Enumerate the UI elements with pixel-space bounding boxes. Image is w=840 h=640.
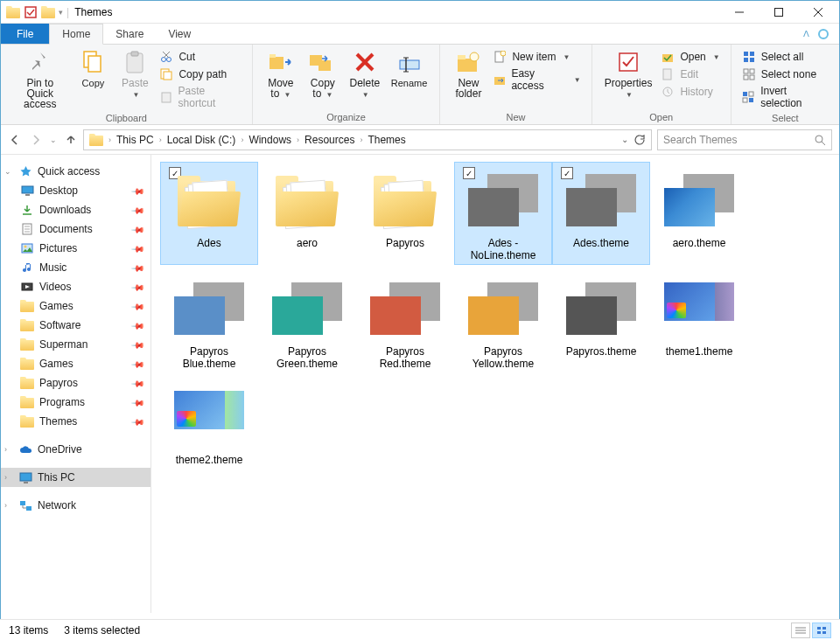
breadcrumb-local-disk[interactable]: Local Disk (C:) (164, 130, 240, 150)
collapse-ribbon-icon[interactable]: ᐱ (803, 29, 809, 38)
sidebar-item-games[interactable]: Games📌 (1, 354, 150, 373)
svg-rect-14 (164, 72, 172, 80)
window-title: Themes (74, 6, 112, 18)
sidebar-item-programs[interactable]: Programs📌 (1, 393, 150, 412)
file-name: theme2.theme (176, 452, 243, 466)
sidebar-item-papyros[interactable]: Papyros📌 (1, 373, 150, 393)
sidebar-this-pc[interactable]: ›This PC (1, 468, 150, 487)
svg-rect-46 (743, 98, 747, 102)
invert-selection-button[interactable]: Invert selection (738, 83, 832, 111)
tab-view[interactable]: View (156, 24, 203, 44)
theme-icon (468, 282, 538, 335)
new-folder-button[interactable]: Newfolder (447, 46, 489, 101)
file-item[interactable]: aero.theme (650, 162, 748, 265)
address-dropdown-icon[interactable]: ⌄ (621, 135, 628, 144)
qat-properties-icon[interactable] (24, 5, 38, 19)
pin-icon (26, 48, 54, 76)
sidebar-item-superman[interactable]: Superman📌 (1, 335, 150, 354)
tab-file[interactable]: File (1, 24, 49, 44)
close-button[interactable] (798, 2, 837, 23)
cut-button[interactable]: Cut (156, 48, 244, 66)
forward-button[interactable] (29, 133, 43, 147)
file-item[interactable]: ✓Ades (160, 162, 258, 265)
file-item[interactable]: Papyros Yellow.theme (454, 270, 552, 373)
tab-share[interactable]: Share (103, 24, 156, 44)
copy-button[interactable]: Copy (72, 46, 114, 90)
group-label: Select (738, 111, 832, 125)
history-button[interactable]: History (657, 83, 723, 101)
breadcrumb-themes[interactable]: Themes (364, 130, 409, 150)
file-item[interactable]: aero (258, 162, 356, 265)
qat-dropdown-icon[interactable]: ▾ (59, 8, 63, 17)
move-to-button[interactable]: Moveto ▼ (260, 46, 302, 102)
file-item[interactable]: theme1.theme (650, 270, 748, 373)
file-list[interactable]: ✓AdesaeroPapyros✓Ades - NoLine.theme✓Ade… (151, 155, 839, 613)
file-item[interactable]: Papyros Green.theme (258, 270, 356, 373)
help-icon[interactable] (818, 29, 829, 39)
sidebar-item-downloads[interactable]: Downloads📌 (1, 200, 150, 219)
file-item[interactable]: theme2.theme (160, 379, 258, 470)
minimize-button[interactable] (719, 2, 759, 23)
icons-view-button[interactable] (812, 623, 831, 638)
refresh-button[interactable] (634, 134, 646, 146)
breadcrumb-windows[interactable]: Windows (245, 130, 295, 150)
breadcrumb-this-pc[interactable]: This PC (113, 130, 158, 150)
pin-to-quick-access-button[interactable]: Pin to Quickaccess (8, 46, 72, 111)
status-item-count: 13 items (9, 624, 48, 637)
sidebar-item-software[interactable]: Software📌 (1, 316, 150, 335)
file-item[interactable]: Papyros (356, 162, 454, 265)
theme-icon (174, 391, 244, 443)
maximize-button[interactable] (759, 2, 798, 23)
sidebar-item-desktop[interactable]: Desktop📌 (1, 181, 150, 200)
rename-button[interactable]: Rename (386, 46, 433, 90)
sidebar-network[interactable]: ›Network (1, 496, 150, 515)
back-button[interactable] (8, 133, 22, 147)
svg-rect-44 (743, 92, 747, 96)
paste-button[interactable]: Paste▼ (114, 46, 156, 102)
new-item-button[interactable]: New item ▼ (489, 48, 584, 66)
file-item[interactable]: Papyros Red.theme (356, 270, 454, 373)
svg-rect-6 (88, 56, 101, 72)
sidebar-item-documents[interactable]: Documents📌 (1, 219, 150, 239)
file-name: Papyros.theme (566, 344, 637, 358)
pin-icon: 📌 (131, 414, 145, 428)
sidebar-item-pictures[interactable]: Pictures📌 (1, 239, 150, 258)
breadcrumb-resources[interactable]: Resources (301, 130, 358, 150)
file-name: Papyros (386, 235, 424, 249)
copy-to-button[interactable]: Copyto ▼ (302, 46, 344, 102)
new-item-icon (493, 50, 507, 64)
sidebar-item-music[interactable]: Music📌 (1, 258, 150, 277)
edit-button[interactable]: Edit (657, 66, 723, 83)
delete-button[interactable]: Delete▼ (344, 46, 386, 102)
select-all-button[interactable]: Select all (738, 48, 832, 66)
details-view-button[interactable] (791, 623, 810, 638)
search-input[interactable]: Search Themes (657, 129, 832, 150)
svg-line-11 (164, 52, 170, 58)
folder-icon[interactable] (41, 6, 55, 18)
sidebar-item-themes[interactable]: Themes📌 (1, 412, 150, 431)
paste-shortcut-button[interactable]: Paste shortcut (156, 83, 244, 111)
properties-button[interactable]: Properties▼ (599, 46, 658, 102)
folder-icon (89, 134, 103, 146)
svg-rect-42 (744, 75, 748, 80)
sidebar-onedrive[interactable]: ›OneDrive (1, 440, 150, 459)
file-item[interactable]: ✓Ades.theme (552, 162, 650, 265)
tab-home[interactable]: Home (49, 24, 103, 45)
file-item[interactable]: Papyros.theme (552, 270, 650, 373)
recent-locations-button[interactable]: ⌄ (50, 136, 57, 144)
address-bar[interactable]: › This PC› Local Disk (C:)› Windows› Res… (83, 129, 652, 150)
easy-access-button[interactable]: Easy access ▼ (489, 66, 584, 94)
sidebar-item-videos[interactable]: Videos📌 (1, 277, 150, 296)
copy-path-button[interactable]: Copy path (156, 66, 244, 83)
status-selected-count: 3 items selected (64, 624, 140, 637)
svg-rect-8 (131, 52, 138, 56)
sidebar-item-games[interactable]: Games📌 (1, 296, 150, 316)
file-item[interactable]: Papyros Blue.theme (160, 270, 258, 373)
select-none-button[interactable]: Select none (738, 66, 832, 83)
open-button[interactable]: Open ▼ (657, 48, 723, 66)
file-item[interactable]: ✓Ades - NoLine.theme (454, 162, 552, 265)
copy-icon (79, 48, 107, 76)
sidebar-quick-access[interactable]: ⌄ Quick access (1, 162, 150, 181)
up-button[interactable] (64, 133, 78, 147)
folder-icon (6, 6, 20, 18)
